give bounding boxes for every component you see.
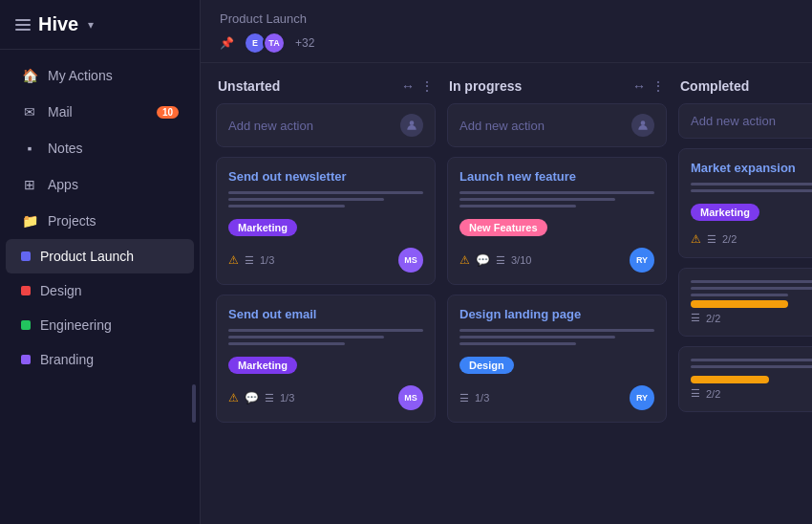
sidebar-item-label: Design: [40, 283, 82, 298]
card-actions: ☰ 2/2: [691, 312, 720, 324]
card-count: 2/2: [722, 233, 737, 245]
more-icon[interactable]: ⋮: [420, 78, 434, 94]
card-progress-bar: [691, 359, 812, 361]
sidebar-item-label: Projects: [48, 213, 96, 229]
assignee-avatar: [631, 114, 654, 137]
card-count: 1/3: [280, 392, 294, 404]
card-actions: ⚠ 💬 ☰ 1/3: [228, 391, 294, 404]
card-actions: ☰ 2/2: [691, 387, 720, 400]
sidebar-item-apps[interactable]: ⊞ Apps: [6, 166, 194, 203]
card-tag: Marketing: [228, 357, 297, 374]
card-assignee-avatar: RY: [630, 385, 654, 410]
add-action-label: Add new action: [691, 114, 776, 128]
card-progress-bar: [228, 198, 384, 201]
apps-icon: ⊞: [21, 176, 38, 193]
kanban-board: Unstarted ↔ ⋮ Add new action Send out ne…: [201, 63, 812, 524]
card-market-expansion[interactable]: Market expansion Marketing ⚠ ☰ 2/2: [678, 148, 812, 258]
card-progress-bar: [459, 205, 576, 207]
card-footer: ☰ 1/3 RY: [459, 385, 654, 410]
sidebar-item-label: Apps: [48, 177, 78, 192]
progress-yellow-bar: [691, 300, 788, 308]
column-in-progress: In progress ↔ ⋮ Add new action Launch ne…: [447, 78, 667, 423]
card-progress-bar: [691, 183, 812, 186]
column-title: Unstarted: [218, 78, 395, 94]
mail-icon: ✉: [21, 103, 38, 120]
sidebar-item-design[interactable]: Design: [6, 273, 194, 308]
sidebar-item-projects[interactable]: 📁 Projects: [6, 203, 194, 239]
comment-icon: 💬: [476, 253, 490, 267]
sidebar-item-label: Branding: [40, 352, 94, 367]
card-assignee-avatar: MS: [398, 248, 423, 273]
more-icon[interactable]: ⋮: [652, 78, 665, 94]
card-progress-bar: [691, 280, 812, 283]
sidebar-item-engineering[interactable]: Engineering: [6, 308, 194, 342]
chevron-down-icon[interactable]: ▾: [88, 18, 94, 32]
sidebar-item-branding[interactable]: Branding: [6, 342, 194, 377]
warning-icon: ⚠: [228, 253, 239, 267]
comment-icon: 💬: [245, 391, 259, 404]
card-progress-bar: [228, 336, 384, 338]
notes-icon: ▪: [21, 140, 38, 157]
card-title: Send out email: [228, 307, 423, 321]
card-design-landing[interactable]: Design landing page Design ☰ 1/3 RY: [447, 295, 667, 423]
card-send-email[interactable]: Send out email Marketing ⚠ 💬 ☰ 1/3 MS: [216, 295, 436, 423]
warning-icon: ⚠: [459, 253, 470, 267]
sidebar-item-product-launch[interactable]: Product Launch: [6, 239, 194, 273]
card-count: 2/2: [706, 388, 720, 400]
card-progress-bar: [459, 329, 654, 332]
add-action-button[interactable]: Add new action: [447, 103, 667, 147]
home-icon: 🏠: [21, 67, 38, 84]
column-header-in-progress: In progress ↔ ⋮: [447, 78, 667, 94]
card-progress-bar: [228, 342, 345, 345]
scrollbar-thumb: [192, 384, 196, 423]
list-icon: ☰: [459, 392, 469, 404]
card-completed-2[interactable]: ☰ 2/2: [678, 268, 812, 337]
card-progress-bar: [459, 198, 615, 201]
card-tag: Marketing: [691, 204, 759, 221]
card-progress-bar: [691, 294, 788, 296]
card-tag: Design: [459, 357, 514, 374]
progress-yellow-bar: [691, 376, 769, 383]
warning-icon: ⚠: [691, 232, 701, 246]
card-count: 1/3: [475, 392, 489, 404]
card-launch-feature[interactable]: Launch new feature New Features ⚠ 💬 ☰ 3/…: [447, 157, 667, 285]
resize-icon[interactable]: ↔: [401, 78, 415, 94]
card-footer: ⚠ ☰ 1/3 MS: [228, 248, 423, 273]
mail-badge: 10: [157, 106, 179, 119]
project-color-dot: [21, 286, 31, 295]
pin-icon: 📌: [220, 36, 234, 50]
list-icon: ☰: [265, 392, 274, 404]
svg-point-1: [641, 120, 646, 125]
hamburger-icon[interactable]: [15, 19, 31, 31]
add-action-label: Add new action: [228, 119, 313, 133]
card-actions: ⚠ ☰ 1/3: [228, 253, 274, 267]
project-meta: 📌 E TA +32: [220, 32, 793, 55]
card-count: 2/2: [706, 313, 720, 324]
card-progress-bar: [228, 191, 423, 194]
card-send-newsletter[interactable]: Send out newsletter Marketing ⚠ ☰ 1/3 MS: [216, 157, 436, 285]
app-title: Hive: [38, 13, 78, 35]
sidebar-item-label: Product Launch: [40, 249, 134, 264]
project-color-dot: [21, 320, 31, 330]
card-completed-3[interactable]: ☰ 2/2: [678, 346, 812, 412]
add-action-button[interactable]: Add new action: [678, 103, 812, 139]
column-header-completed: Completed ↔ ⋮: [678, 78, 812, 94]
card-title: Launch new feature: [459, 169, 654, 184]
add-action-button[interactable]: Add new action: [216, 103, 436, 147]
column-header-unstarted: Unstarted ↔ ⋮: [216, 78, 436, 94]
resize-icon[interactable]: ↔: [632, 78, 646, 94]
sidebar-item-notes[interactable]: ▪ Notes: [6, 130, 194, 166]
main-content: Product Launch 📌 E TA +32 Unstarted ↔ ⋮ …: [201, 0, 812, 524]
sidebar-item-label: Engineering: [40, 317, 112, 333]
warning-icon: ⚠: [228, 391, 239, 404]
card-footer: ⚠ 💬 ☰ 1/3 MS: [228, 385, 423, 410]
sidebar-item-mail[interactable]: ✉ Mail 10: [6, 94, 194, 130]
avatar-count: +32: [295, 36, 314, 50]
sidebar-item-my-actions[interactable]: 🏠 My Actions: [6, 57, 194, 94]
sidebar-header: Hive ▾: [0, 0, 200, 50]
folder-icon: 📁: [21, 212, 38, 229]
sidebar-item-label: My Actions: [48, 68, 113, 83]
card-title: Market expansion: [691, 161, 812, 175]
card-tag: New Features: [459, 219, 547, 236]
list-icon: ☰: [245, 254, 254, 267]
